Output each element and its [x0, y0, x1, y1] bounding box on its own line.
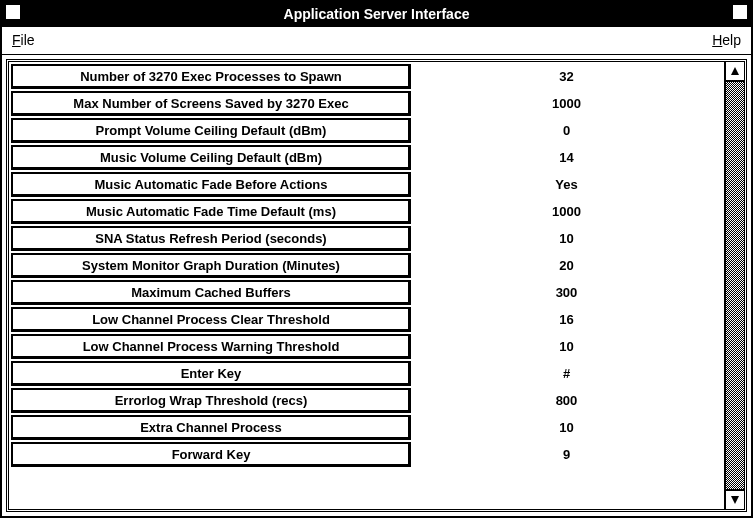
- window-title: Application Server Interface: [284, 6, 470, 22]
- setting-value[interactable]: 10: [411, 334, 722, 359]
- setting-label[interactable]: Extra Channel Process: [11, 415, 411, 440]
- scroll-down-button[interactable]: [726, 489, 744, 509]
- setting-value[interactable]: 14: [411, 145, 722, 170]
- settings-row: Errorlog Wrap Threshold (recs)800: [11, 388, 722, 413]
- setting-value[interactable]: 20: [411, 253, 722, 278]
- menu-file-rest: ile: [21, 32, 35, 48]
- setting-label[interactable]: Low Channel Process Warning Threshold: [11, 334, 411, 359]
- settings-row: Maximum Cached Buffers300: [11, 280, 722, 305]
- setting-label[interactable]: SNA Status Refresh Period (seconds): [11, 226, 411, 251]
- setting-value[interactable]: 16: [411, 307, 722, 332]
- setting-label[interactable]: Max Number of Screens Saved by 3270 Exec: [11, 91, 411, 116]
- setting-value[interactable]: 32: [411, 64, 722, 89]
- setting-value[interactable]: 1000: [411, 199, 722, 224]
- triangle-down-icon: [730, 495, 740, 505]
- settings-row: Prompt Volume Ceiling Default (dBm)0: [11, 118, 722, 143]
- scroll-up-button[interactable]: [726, 62, 744, 82]
- settings-row: Forward Key9: [11, 442, 722, 467]
- settings-row: Low Channel Process Warning Threshold10: [11, 334, 722, 359]
- settings-row: Max Number of Screens Saved by 3270 Exec…: [11, 91, 722, 116]
- setting-label[interactable]: Low Channel Process Clear Threshold: [11, 307, 411, 332]
- setting-label[interactable]: Maximum Cached Buffers: [11, 280, 411, 305]
- settings-row: Music Volume Ceiling Default (dBm)14: [11, 145, 722, 170]
- setting-label[interactable]: Prompt Volume Ceiling Default (dBm): [11, 118, 411, 143]
- settings-row: Music Automatic Fade Time Default (ms)10…: [11, 199, 722, 224]
- setting-value[interactable]: 300: [411, 280, 722, 305]
- content-wrap: Number of 3270 Exec Processes to Spawn32…: [2, 55, 751, 516]
- setting-label[interactable]: Errorlog Wrap Threshold (recs): [11, 388, 411, 413]
- setting-label[interactable]: Forward Key: [11, 442, 411, 467]
- settings-row: Low Channel Process Clear Threshold16: [11, 307, 722, 332]
- svg-marker-1: [731, 496, 739, 504]
- app-window: Application Server Interface File Help N…: [0, 0, 753, 518]
- setting-label[interactable]: Music Automatic Fade Time Default (ms): [11, 199, 411, 224]
- menu-help[interactable]: Help: [712, 32, 741, 48]
- setting-value[interactable]: 1000: [411, 91, 722, 116]
- setting-label[interactable]: Enter Key: [11, 361, 411, 386]
- settings-row: Music Automatic Fade Before ActionsYes: [11, 172, 722, 197]
- vertical-scrollbar[interactable]: [724, 62, 744, 509]
- scrollbar-track[interactable]: [726, 82, 744, 489]
- window-menu-icon[interactable]: [6, 5, 20, 19]
- setting-value[interactable]: Yes: [411, 172, 722, 197]
- setting-value[interactable]: 0: [411, 118, 722, 143]
- content-frame: Number of 3270 Exec Processes to Spawn32…: [6, 59, 747, 512]
- setting-label[interactable]: Music Volume Ceiling Default (dBm): [11, 145, 411, 170]
- window-control-icon[interactable]: [733, 5, 747, 19]
- settings-list: Number of 3270 Exec Processes to Spawn32…: [9, 62, 724, 509]
- setting-label[interactable]: Music Automatic Fade Before Actions: [11, 172, 411, 197]
- setting-value[interactable]: 10: [411, 226, 722, 251]
- setting-value[interactable]: 9: [411, 442, 722, 467]
- setting-value[interactable]: 10: [411, 415, 722, 440]
- settings-row: Enter Key#: [11, 361, 722, 386]
- triangle-up-icon: [730, 66, 740, 76]
- settings-row: Extra Channel Process10: [11, 415, 722, 440]
- setting-value[interactable]: #: [411, 361, 722, 386]
- menu-help-rest: elp: [722, 32, 741, 48]
- svg-marker-0: [731, 67, 739, 75]
- title-bar: Application Server Interface: [2, 2, 751, 27]
- setting-label[interactable]: Number of 3270 Exec Processes to Spawn: [11, 64, 411, 89]
- menu-bar: File Help: [2, 27, 751, 55]
- settings-row: Number of 3270 Exec Processes to Spawn32: [11, 64, 722, 89]
- setting-value[interactable]: 800: [411, 388, 722, 413]
- menu-file[interactable]: File: [12, 32, 35, 48]
- settings-row: System Monitor Graph Duration (Minutes)2…: [11, 253, 722, 278]
- settings-row: SNA Status Refresh Period (seconds)10: [11, 226, 722, 251]
- setting-label[interactable]: System Monitor Graph Duration (Minutes): [11, 253, 411, 278]
